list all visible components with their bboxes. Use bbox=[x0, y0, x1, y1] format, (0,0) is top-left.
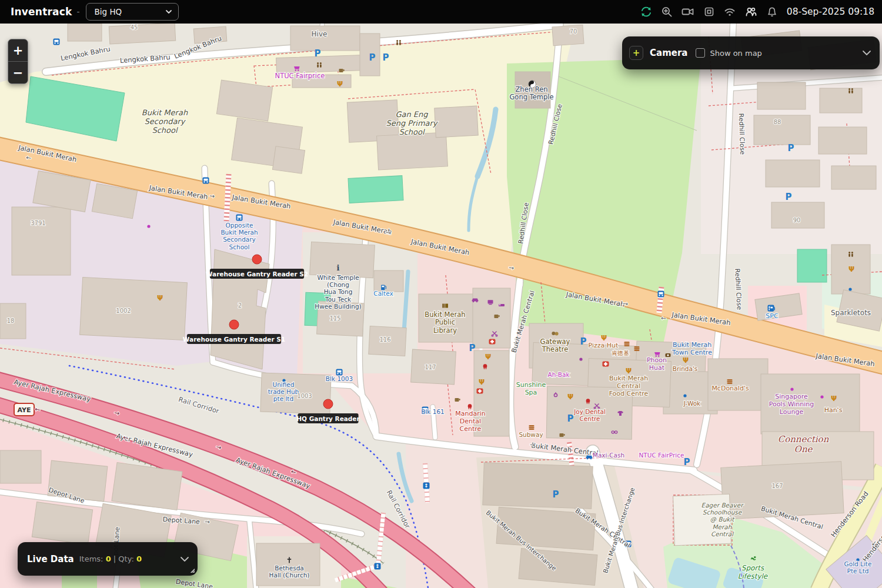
parking-icon: P bbox=[553, 489, 559, 500]
show-on-map-checkbox[interactable] bbox=[696, 48, 705, 58]
camera-panel: + Camera Show on map bbox=[622, 36, 880, 69]
svg-text:P: P bbox=[553, 489, 559, 500]
parking-icon: P bbox=[369, 52, 376, 63]
map-label: 90 bbox=[793, 217, 801, 223]
users-icon[interactable] bbox=[744, 5, 758, 18]
camera-panel-title: Camera bbox=[650, 48, 687, 58]
zoom-out-button[interactable]: − bbox=[8, 62, 28, 83]
top-bar: Inventrack - Big HQ bbox=[0, 0, 882, 24]
map-label: Gold LitePte Ltd bbox=[844, 560, 872, 574]
chip-scanner-icon[interactable] bbox=[703, 5, 716, 18]
svg-text:Ψ: Ψ bbox=[485, 353, 491, 361]
map-label: SportsLifestyle bbox=[738, 564, 769, 580]
map-label: J-Wok bbox=[683, 400, 701, 407]
busstop-icon bbox=[203, 178, 209, 184]
map-label: 116 bbox=[379, 336, 390, 343]
camera-panel-collapse-chevron[interactable] bbox=[862, 50, 871, 56]
map-label: Redhill Close bbox=[737, 113, 746, 155]
dot-icon bbox=[820, 395, 823, 398]
restaurant-icon: Ψ bbox=[157, 294, 163, 302]
zoom-in-button[interactable]: + bbox=[8, 39, 28, 61]
map-label: BethesdaHall (Church) bbox=[269, 564, 310, 579]
dot-icon bbox=[147, 225, 150, 228]
map-label: Blk 161 bbox=[421, 408, 445, 415]
burger-icon bbox=[624, 342, 630, 346]
video-camera-icon[interactable] bbox=[681, 5, 695, 18]
elevator-icon: ↕ bbox=[375, 563, 381, 570]
info-icon: i bbox=[337, 263, 340, 272]
svg-text:↕: ↕ bbox=[424, 483, 429, 489]
map-label: ← bbox=[660, 314, 667, 322]
restaurant-icon: Ψ bbox=[337, 80, 343, 88]
busstop-icon bbox=[54, 39, 60, 45]
map-marker-label: Warehouse Gantry Reader S1 bbox=[183, 336, 285, 343]
svg-text:↕: ↕ bbox=[375, 563, 380, 569]
map-label: MandarinDentalCentre bbox=[455, 410, 486, 433]
restaurant-icon: Ψ bbox=[485, 353, 491, 361]
svg-text:P: P bbox=[383, 52, 389, 63]
medical-icon bbox=[489, 339, 496, 345]
map-label: Brinda's bbox=[673, 365, 698, 372]
sync-icon[interactable] bbox=[640, 5, 653, 18]
busstop-icon bbox=[658, 291, 664, 298]
resize-handle[interactable] bbox=[189, 567, 195, 573]
map-label: SPC bbox=[766, 312, 779, 320]
restaurant-icon: Ψ bbox=[479, 378, 485, 386]
map-label: 肯德基 bbox=[612, 350, 629, 356]
parking-icon: P bbox=[580, 336, 587, 347]
svg-text:P: P bbox=[786, 192, 792, 202]
site-selector-value: Big HQ bbox=[95, 7, 122, 16]
map-label: Sparkletots bbox=[831, 309, 871, 317]
map-label: 115 bbox=[329, 315, 340, 322]
map-label: 45 bbox=[131, 24, 138, 31]
medical-icon bbox=[603, 362, 609, 367]
parking-icon: P bbox=[315, 48, 321, 59]
live-data-collapse-chevron[interactable] bbox=[180, 556, 189, 562]
map-marker-label: Warehouse Gantry Reader S2 bbox=[206, 270, 308, 278]
map-label: 1003 bbox=[297, 393, 312, 399]
restaurant-icon: Ψ bbox=[683, 356, 689, 365]
map-label: Pizza Hut bbox=[589, 342, 619, 349]
map-canvas[interactable]: AYE PPPPPPPPPP↕↕ΨΨΨΨΨΨΨΨΨΨi Lengkok Bahr… bbox=[0, 0, 882, 588]
map-label: 167 bbox=[771, 483, 783, 489]
parking-icon: P bbox=[788, 143, 794, 153]
map-label: 117 bbox=[425, 364, 436, 370]
svg-text:Ψ: Ψ bbox=[337, 80, 343, 88]
svg-text:Ψ: Ψ bbox=[567, 393, 573, 401]
parking-icon: P bbox=[786, 192, 792, 202]
map-label: McDonald's bbox=[711, 385, 749, 392]
map-label: PhoonHuat bbox=[647, 356, 667, 372]
restaurant-icon: Ψ bbox=[848, 265, 854, 273]
map-label: 2 bbox=[238, 302, 242, 309]
map-label: Maxi-Cash bbox=[593, 452, 624, 459]
map-label: 18 bbox=[7, 318, 15, 324]
wifi-icon[interactable] bbox=[723, 5, 736, 18]
parking-icon: P bbox=[567, 413, 574, 424]
qty-label: Qty: bbox=[118, 554, 133, 563]
map-marker-label: HQ Gantry Reader bbox=[296, 415, 360, 422]
map-label: → bbox=[204, 518, 210, 526]
svg-text:P: P bbox=[788, 143, 794, 153]
map-label: Blk 1003 bbox=[326, 375, 353, 382]
bell-icon[interactable] bbox=[766, 5, 779, 18]
map-label: Zhen RenGong Temple bbox=[509, 85, 553, 101]
live-data-title: Live Data bbox=[27, 554, 74, 564]
camera-add-button[interactable]: + bbox=[629, 46, 643, 60]
burger-icon bbox=[634, 346, 640, 351]
svg-text:Ψ: Ψ bbox=[157, 294, 163, 302]
site-selector-dropdown[interactable]: Big HQ bbox=[86, 3, 179, 21]
svg-text:P: P bbox=[469, 343, 476, 353]
map-zoom-control: + − bbox=[8, 39, 28, 84]
burger-icon bbox=[727, 379, 733, 384]
live-data-divider: | bbox=[113, 554, 116, 563]
burger-icon bbox=[529, 425, 534, 430]
elevator-icon: ↕ bbox=[423, 483, 430, 489]
zoom-search-icon[interactable] bbox=[660, 5, 673, 18]
map-label: 1002 bbox=[116, 308, 131, 314]
items-value: 0 bbox=[106, 554, 111, 563]
svg-text:i: i bbox=[337, 263, 340, 272]
svg-text:P: P bbox=[567, 413, 574, 424]
chevron-down-icon bbox=[165, 9, 172, 14]
svg-text:P: P bbox=[684, 457, 690, 467]
map-label: Hive bbox=[312, 30, 328, 38]
